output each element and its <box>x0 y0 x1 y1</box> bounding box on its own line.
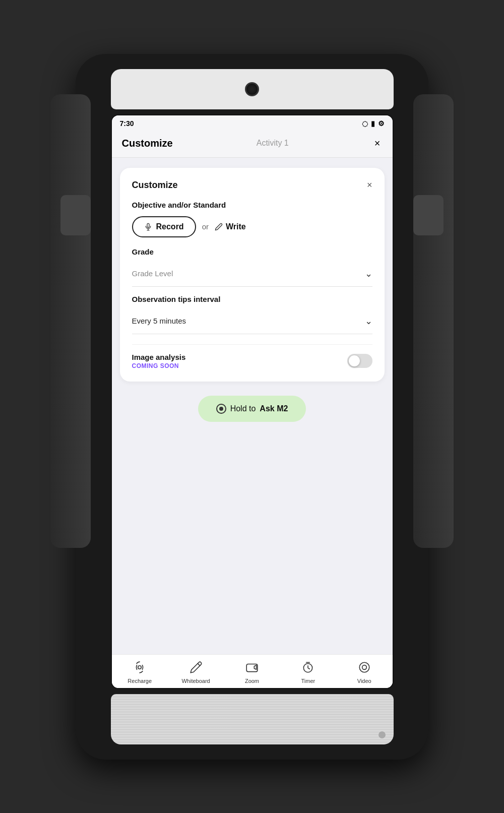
arm-right <box>413 94 454 548</box>
or-text: or <box>202 222 209 231</box>
battery-icon: ▮ <box>371 119 375 128</box>
card-header: Customize × <box>132 180 372 191</box>
zoom-icon <box>245 661 259 676</box>
arm-knob-right <box>413 195 444 235</box>
status-time: 7:30 <box>120 119 134 128</box>
mic-icon <box>144 223 152 231</box>
image-analysis-toggle[interactable] <box>347 354 372 368</box>
svg-point-6 <box>359 662 369 672</box>
input-mode-row: Record or Write <box>132 216 372 237</box>
card-title: Customize <box>132 180 178 191</box>
settings-icon: ⚙ <box>378 119 385 128</box>
recharge-label: Recharge <box>128 678 152 684</box>
status-icons: ◌ ▮ ⚙ <box>362 119 385 128</box>
nav-item-recharge[interactable]: Recharge <box>124 661 155 684</box>
status-bar: 7:30 ◌ ▮ ⚙ <box>112 115 393 132</box>
obs-chevron-icon: ⌄ <box>365 316 372 327</box>
camera-bar <box>111 69 394 109</box>
image-analysis-left: Image analysis COMING SOON <box>132 353 186 369</box>
coming-soon-badge: COMING SOON <box>132 362 186 369</box>
nav-activity: Activity 1 <box>257 139 289 148</box>
speaker-grille <box>111 694 394 744</box>
zoom-label: Zoom <box>245 678 259 684</box>
objective-label: Objective and/or Standard <box>132 201 372 209</box>
grade-chevron-icon: ⌄ <box>365 268 372 279</box>
arm-knob-left <box>60 195 91 235</box>
grade-section: Grade Grade Level ⌄ <box>132 247 372 287</box>
svg-line-3 <box>198 663 200 665</box>
wifi-icon: ◌ <box>362 119 368 128</box>
nav-item-whiteboard[interactable]: Whiteboard <box>181 661 211 684</box>
nav-close-button[interactable]: × <box>372 136 383 151</box>
customize-card: Customize × Objective and/or Standard Re… <box>120 168 385 382</box>
image-analysis-label: Image analysis <box>132 353 186 361</box>
bottom-nav: Recharge Whiteboard Zo <box>112 654 393 688</box>
obs-divider <box>132 334 372 334</box>
nav-item-timer[interactable]: Timer <box>293 661 323 684</box>
record-button[interactable]: Record <box>132 216 196 237</box>
grade-placeholder: Grade Level <box>132 269 173 278</box>
main-content: Customize × Objective and/or Standard Re… <box>112 158 393 654</box>
video-label: Video <box>357 678 371 684</box>
tablet-screen: 7:30 ◌ ▮ ⚙ Customize Activity 1 × Custom… <box>111 114 394 689</box>
timer-icon <box>301 661 314 676</box>
hold-prefix: Hold to <box>230 404 256 413</box>
speaker-bar <box>111 694 394 744</box>
timer-label: Timer <box>301 678 316 684</box>
write-option[interactable]: Write <box>215 222 246 231</box>
hold-bold: Ask M2 <box>260 404 288 413</box>
write-label: Write <box>226 222 246 231</box>
speaker-dot <box>379 731 386 738</box>
grade-dropdown[interactable]: Grade Level ⌄ <box>132 263 372 284</box>
svg-point-7 <box>362 665 366 669</box>
image-analysis-row: Image analysis COMING SOON <box>132 344 372 369</box>
record-label: Record <box>156 222 184 231</box>
grade-label: Grade <box>132 247 372 256</box>
front-camera <box>245 82 259 96</box>
card-close-button[interactable]: × <box>367 180 372 191</box>
hold-ask-button[interactable]: Hold to Ask M2 <box>198 396 306 422</box>
nav-title: Customize <box>122 138 173 149</box>
obs-label: Observation tips interval <box>132 295 372 303</box>
nav-bar: Customize Activity 1 × <box>112 132 393 158</box>
nav-item-video[interactable]: Video <box>349 661 380 684</box>
record-dot-icon <box>216 404 226 414</box>
recharge-icon <box>133 661 146 676</box>
pencil-icon <box>215 223 223 231</box>
grade-divider <box>132 286 372 287</box>
whiteboard-label: Whiteboard <box>181 678 210 684</box>
hold-button-container: Hold to Ask M2 <box>120 390 385 428</box>
obs-dropdown[interactable]: Every 5 minutes ⌄ <box>132 310 372 332</box>
svg-rect-0 <box>147 223 149 227</box>
observation-section: Observation tips interval Every 5 minute… <box>132 295 372 334</box>
video-icon <box>358 661 371 676</box>
device-frame: 7:30 ◌ ▮ ⚙ Customize Activity 1 × Custom… <box>76 54 428 760</box>
whiteboard-icon <box>190 661 203 676</box>
arm-left <box>50 94 91 548</box>
obs-value: Every 5 minutes <box>132 317 186 325</box>
nav-item-zoom[interactable]: Zoom <box>237 661 267 684</box>
